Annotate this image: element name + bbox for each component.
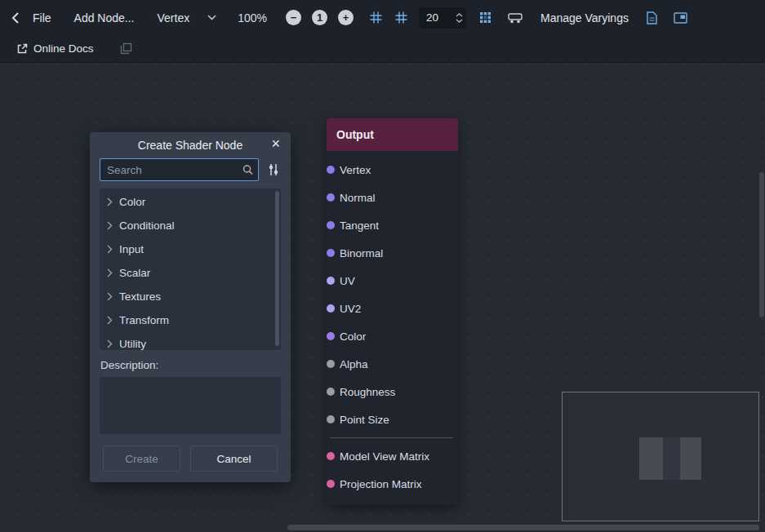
port-dot-model-view-matrix[interactable] <box>327 452 335 460</box>
search-icon <box>242 165 253 175</box>
search-input[interactable] <box>100 158 259 181</box>
port-row-point-size: Point Size <box>327 406 458 433</box>
zoom-in-button[interactable]: + <box>338 10 354 25</box>
shader-code-button[interactable] <box>643 8 660 28</box>
horizontal-scrollbar-thumb[interactable] <box>287 525 759 530</box>
chevron-right-icon <box>107 245 113 254</box>
output-node: Output Vertex Normal Tangent Binormal <box>327 118 458 505</box>
shader-stage-dropdown[interactable]: Vertex <box>148 7 227 29</box>
port-label: UV <box>340 275 355 287</box>
manage-varyings-button[interactable]: Manage Varyings <box>532 7 637 29</box>
description-box <box>100 377 281 434</box>
shader-editor-window: File Add Node... Vertex 100% − 1 + 20 <box>0 0 765 531</box>
tree-item-label: Textures <box>119 290 161 303</box>
spinner-up-icon <box>456 13 463 17</box>
tree-item-input[interactable]: Input <box>100 237 281 261</box>
chevron-left-icon <box>11 11 20 24</box>
online-docs-label: Online Docs <box>33 42 94 55</box>
description-label: Description: <box>100 359 281 371</box>
cancel-button[interactable]: Cancel <box>190 446 278 472</box>
port-dot-projection-matrix[interactable] <box>327 480 335 488</box>
tree-item-label: Input <box>119 243 144 255</box>
chevron-right-icon <box>107 292 113 301</box>
port-label: Point Size <box>340 414 389 426</box>
dialog-body: Color Conditional Input Scalar <box>90 157 291 472</box>
main-toolbar: File Add Node... Vertex 100% − 1 + 20 <box>0 0 765 35</box>
dialog-title: Create Shader Node <box>138 139 242 152</box>
port-label: Model View Matrix <box>340 450 429 463</box>
port-dot-tangent[interactable] <box>327 221 335 229</box>
chevron-down-icon <box>207 15 216 20</box>
port-dot-uv[interactable] <box>327 277 335 285</box>
tree-item-label: Utility <box>119 338 146 350</box>
port-label: Roughness <box>340 386 395 398</box>
minimap-view-rect <box>639 437 701 480</box>
port-label: Tangent <box>340 219 379 232</box>
tree-item-utility[interactable]: Utility <box>100 332 281 350</box>
port-row-alpha: Alpha <box>327 350 458 378</box>
tree-item-label: Color <box>119 196 145 208</box>
create-button[interactable]: Create <box>103 446 180 472</box>
float-window-icon <box>674 12 687 24</box>
chevron-right-icon <box>107 197 113 206</box>
tree-item-color[interactable]: Color <box>100 190 281 214</box>
port-dot-normal[interactable] <box>327 193 335 202</box>
grid-icon <box>395 11 407 24</box>
tree-item-textures[interactable]: Textures <box>100 285 281 308</box>
tree-item-scalar[interactable]: Scalar <box>100 261 281 285</box>
port-label: Binormal <box>340 247 383 259</box>
online-docs-button[interactable]: Online Docs <box>11 38 99 59</box>
grid-pattern-button[interactable] <box>476 8 495 27</box>
shader-stage-value: Vertex <box>158 11 190 24</box>
node-category-tree: Color Conditional Input Scalar <box>100 188 281 350</box>
spinner-arrows[interactable] <box>454 13 466 23</box>
graph-canvas[interactable]: Create Shader Node × <box>0 63 765 531</box>
filter-sliders-icon <box>268 163 279 176</box>
output-node-header[interactable]: Output <box>327 118 458 151</box>
minimap-node-rect <box>663 437 680 480</box>
graph-minimap[interactable] <box>562 392 759 521</box>
port-label: UV2 <box>340 303 361 315</box>
tree-scrollbar[interactable] <box>275 191 279 346</box>
port-row-uv: UV <box>327 267 458 295</box>
snap-distance-input[interactable]: 20 <box>419 7 466 29</box>
output-node-body: Vertex Normal Tangent Binormal UV <box>327 151 458 505</box>
snap-distance-value: 20 <box>426 11 454 24</box>
dialog-titlebar[interactable]: Create Shader Node × <box>90 132 291 157</box>
chevron-right-icon <box>107 316 113 325</box>
close-button[interactable]: × <box>268 135 283 153</box>
port-dot-uv2[interactable] <box>327 304 335 313</box>
port-row-model-view-matrix: Model View Matrix <box>327 442 458 470</box>
chevron-right-icon <box>107 268 113 277</box>
port-row-projection-matrix: Projection Matrix <box>327 470 458 498</box>
add-node-button[interactable]: Add Node... <box>66 7 143 29</box>
file-menu-button[interactable]: File <box>24 7 60 29</box>
tree-item-transform[interactable]: Transform <box>100 308 281 332</box>
tree-item-conditional[interactable]: Conditional <box>100 214 281 237</box>
zoom-out-button[interactable]: − <box>286 10 301 25</box>
back-button[interactable] <box>8 8 23 28</box>
grid-toggle-button[interactable] <box>392 8 411 27</box>
tree-item-label: Scalar <box>119 267 150 279</box>
arrange-nodes-button[interactable] <box>505 9 526 27</box>
port-dot-point-size[interactable] <box>327 415 335 423</box>
float-window-button[interactable] <box>670 9 691 27</box>
port-row-tangent: Tangent <box>327 211 458 239</box>
zoom-reset-button[interactable]: 1 <box>312 10 327 25</box>
port-dot-vertex[interactable] <box>327 166 335 174</box>
port-dot-roughness[interactable] <box>327 388 335 396</box>
zoom-level-label: 100% <box>238 11 267 24</box>
duplicate-button[interactable] <box>117 39 136 58</box>
port-dot-alpha[interactable] <box>327 360 335 368</box>
port-dot-binormal[interactable] <box>327 249 335 257</box>
output-node-title: Output <box>336 128 374 141</box>
port-dot-color[interactable] <box>327 332 335 340</box>
external-link-icon <box>16 43 28 55</box>
filter-button[interactable] <box>266 162 281 178</box>
snap-grid-icon <box>370 11 382 24</box>
port-row-binormal: Binormal <box>327 239 458 267</box>
port-label: Vertex <box>340 164 371 176</box>
port-label: Normal <box>340 192 376 204</box>
snap-toggle-button[interactable] <box>367 8 385 27</box>
vertical-scrollbar-thumb[interactable] <box>759 172 764 317</box>
